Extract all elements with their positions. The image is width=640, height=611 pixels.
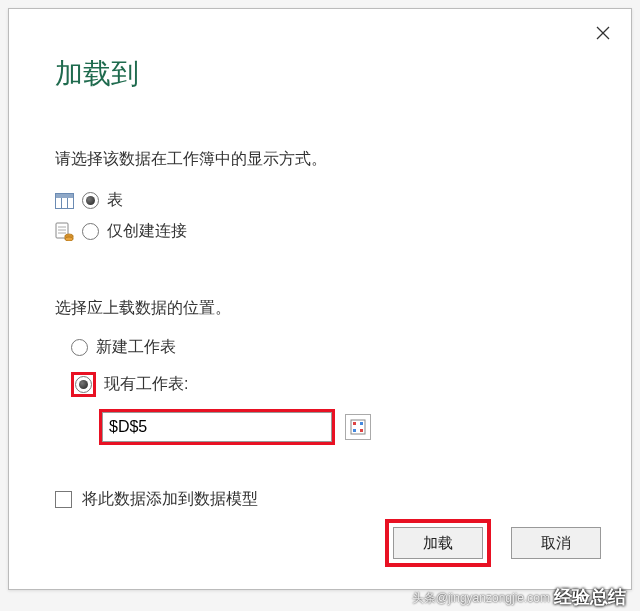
range-picker-button[interactable]: [345, 414, 371, 440]
display-instruction: 请选择该数据在工作簿中的显示方式。: [55, 149, 585, 170]
highlight-cell-input: [99, 409, 335, 445]
load-button[interactable]: 加载: [393, 527, 483, 559]
radio-new-sheet[interactable]: [71, 339, 88, 356]
load-to-dialog: 加载到 请选择该数据在工作簿中的显示方式。 表 仅创建连接: [8, 8, 632, 590]
option-table-label: 表: [107, 190, 123, 211]
highlight-existing-radio: [71, 372, 96, 397]
svg-rect-11: [360, 422, 363, 425]
range-picker-icon: [350, 419, 366, 435]
add-to-model-label: 将此数据添加到数据模型: [82, 489, 258, 510]
checkbox-add-to-model[interactable]: [55, 491, 72, 508]
radio-connection-only[interactable]: [82, 223, 99, 240]
cell-reference-row: [71, 409, 585, 445]
radio-table[interactable]: [82, 192, 99, 209]
option-connection-label: 仅创建连接: [107, 221, 187, 242]
location-heading: 选择应上载数据的位置。: [55, 298, 585, 319]
option-connection-row: 仅创建连接: [55, 221, 585, 242]
add-to-model-row: 将此数据添加到数据模型: [55, 489, 585, 510]
cell-reference-input[interactable]: [102, 412, 332, 442]
radio-existing-sheet[interactable]: [75, 376, 92, 393]
option-new-sheet-row: 新建工作表: [71, 337, 585, 358]
option-new-sheet-label: 新建工作表: [96, 337, 176, 358]
option-existing-sheet-label: 现有工作表:: [104, 374, 188, 395]
watermark-sub: 头条@jingyanzongjie.com: [412, 590, 550, 607]
connection-icon: [55, 222, 74, 241]
location-options: 新建工作表 现有工作表:: [55, 337, 585, 445]
highlight-load-button: 加载: [385, 519, 491, 567]
option-existing-sheet-row: 现有工作表:: [71, 372, 585, 397]
option-table-row: 表: [55, 190, 585, 211]
close-icon: [596, 26, 610, 40]
svg-rect-12: [353, 429, 356, 432]
cancel-button[interactable]: 取消: [511, 527, 601, 559]
dialog-content: 请选择该数据在工作簿中的显示方式。 表 仅创建连接: [9, 93, 631, 510]
svg-rect-13: [360, 429, 363, 432]
svg-point-8: [65, 237, 73, 241]
svg-rect-10: [353, 422, 356, 425]
dialog-title: 加载到: [9, 9, 631, 93]
close-button[interactable]: [583, 17, 623, 49]
table-icon: [55, 193, 74, 209]
dialog-footer: 加载 取消: [385, 519, 601, 567]
